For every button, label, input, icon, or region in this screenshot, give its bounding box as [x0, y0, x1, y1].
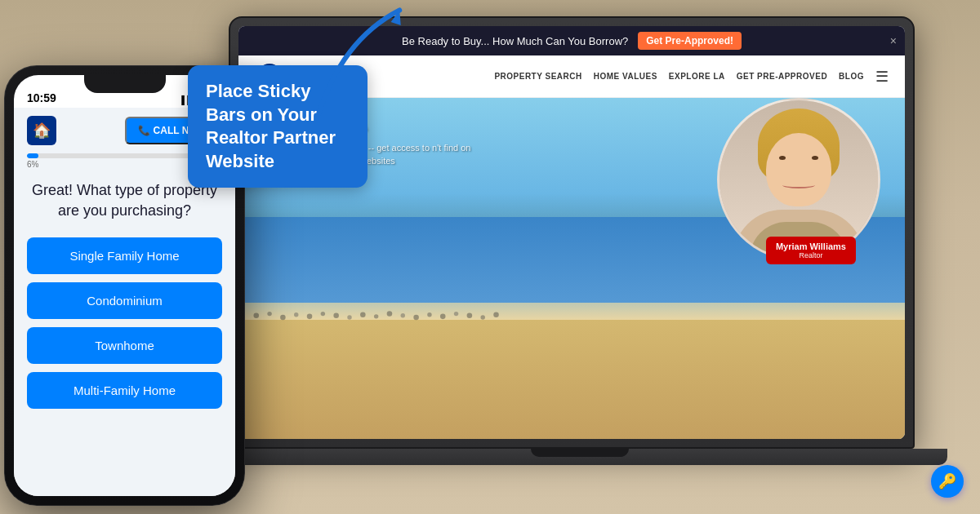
- question-text: Great! What type of property are you pur…: [27, 180, 222, 221]
- progress-bar-area: 6%: [27, 153, 222, 169]
- svg-point-8: [360, 312, 366, 317]
- laptop-notch: [531, 449, 629, 457]
- call-now-button[interactable]: 📞 CALL NOW!: [125, 117, 222, 144]
- option-townhome[interactable]: Townhome: [27, 327, 222, 364]
- nav-link-property[interactable]: PROPERTY SEARCH: [494, 72, 581, 81]
- nav-bar: RE/MAX RE/MAX REVEALTY PROPERTY SEARCH H…: [238, 55, 905, 98]
- svg-point-9: [374, 314, 378, 318]
- svg-point-7: [347, 315, 351, 319]
- key-icon: 🔑: [938, 472, 956, 490]
- progress-label: 6%: [27, 160, 222, 169]
- nav-link-preapproved[interactable]: GET PRE-APPROVED: [737, 72, 827, 81]
- option-multi-family[interactable]: Multi-Family Home: [27, 372, 222, 409]
- svg-point-6: [333, 312, 339, 318]
- signal-icon: ▐▐▐: [179, 95, 196, 104]
- agent-face-shape: [766, 133, 831, 206]
- laptop-base: [212, 449, 947, 465]
- sticky-bar: Be Ready to Buy... How Much Can You Borr…: [238, 26, 905, 55]
- hero-section: a Monica, CA e updated every 15 minutes …: [238, 98, 905, 439]
- crowd: [238, 286, 505, 337]
- locker-icon[interactable]: 🔑: [931, 465, 964, 498]
- nav-link-blog[interactable]: BLOG: [839, 72, 864, 81]
- svg-point-17: [480, 315, 484, 319]
- hero-subtext: e updated every 15 minutes -- get access…: [255, 142, 483, 167]
- svg-point-12: [413, 315, 419, 321]
- phone-status-icons: ▐▐▐ 📶 🔋: [179, 95, 222, 104]
- agent-name-badge: Myriam Williams Realtor: [766, 237, 856, 264]
- logo-text-block: RE/MAX REVEALTY: [289, 65, 345, 87]
- svg-point-1: [267, 312, 271, 316]
- laptop-shell: Be Ready to Buy... How Much Can You Borr…: [229, 16, 915, 449]
- option-single-family[interactable]: Single Family Home: [27, 237, 222, 274]
- phone-logo: 🏠: [27, 116, 56, 145]
- phone-header: 🏠 📞 CALL NOW!: [27, 116, 222, 145]
- laptop-device: Be Ready to Buy... How Much Can You Borr…: [229, 16, 931, 490]
- phone-device: 10:59 ▐▐▐ 📶 🔋 🏠 📞 CALL NOW!: [4, 65, 245, 506]
- svg-point-0: [253, 312, 259, 318]
- svg-point-18: [493, 312, 499, 317]
- nav-link-explore[interactable]: EXPLORE LA: [669, 72, 725, 81]
- phone-content: 🏠 📞 CALL NOW! 6% Great! What type of pro…: [14, 108, 235, 496]
- phone-screen: 10:59 ▐▐▐ 📶 🔋 🏠 📞 CALL NOW!: [14, 75, 235, 496]
- nav-links: PROPERTY SEARCH HOME VALUES EXPLORE LA G…: [494, 68, 889, 86]
- agent-mouth: [782, 182, 815, 188]
- beach: [238, 320, 905, 439]
- wifi-icon: 📶: [199, 95, 209, 104]
- progress-fill: [27, 153, 38, 158]
- nav-link-home-values[interactable]: HOME VALUES: [594, 72, 657, 81]
- pre-approved-button[interactable]: Get Pre-Approved!: [638, 32, 742, 50]
- agent-bg: [719, 100, 878, 259]
- laptop-bezel: Be Ready to Buy... How Much Can You Borr…: [238, 26, 905, 439]
- logo-sub: REVEALTY: [289, 78, 345, 87]
- agent-eye-right: [812, 156, 818, 160]
- svg-point-11: [401, 313, 405, 317]
- svg-point-16: [467, 312, 473, 318]
- hamburger-icon[interactable]: ☰: [875, 68, 889, 86]
- logo-name: RE/MAX: [289, 65, 345, 78]
- svg-point-13: [427, 312, 431, 317]
- progress-track: [27, 153, 222, 158]
- agent-name: Myriam Williams: [776, 241, 846, 251]
- agent-eye-left: [779, 156, 786, 160]
- phone-notch: [84, 75, 166, 93]
- battery-icon: 🔋: [212, 95, 222, 104]
- svg-point-4: [307, 314, 313, 320]
- hero-text-block: a Monica, CA e updated every 15 minutes …: [255, 114, 483, 167]
- sticky-bar-text: Be Ready to Buy... How Much Can You Borr…: [402, 35, 628, 47]
- option-condominium[interactable]: Condominium: [27, 282, 222, 319]
- website-content: Be Ready to Buy... How Much Can You Borr…: [238, 26, 905, 439]
- svg-point-14: [440, 314, 446, 320]
- logo-area: RE/MAX RE/MAX REVEALTY: [255, 62, 345, 91]
- svg-point-10: [387, 311, 393, 317]
- close-icon[interactable]: ×: [890, 34, 897, 47]
- remax-badge: RE/MAX: [255, 62, 284, 91]
- home-icon: 🏠: [33, 122, 51, 140]
- hero-heading: a Monica, CA: [255, 114, 483, 135]
- svg-point-15: [454, 312, 458, 316]
- svg-point-2: [280, 315, 286, 321]
- svg-point-3: [294, 312, 298, 317]
- phone-time: 10:59: [27, 91, 56, 104]
- svg-point-5: [321, 312, 325, 316]
- agent-title: Realtor: [776, 251, 846, 259]
